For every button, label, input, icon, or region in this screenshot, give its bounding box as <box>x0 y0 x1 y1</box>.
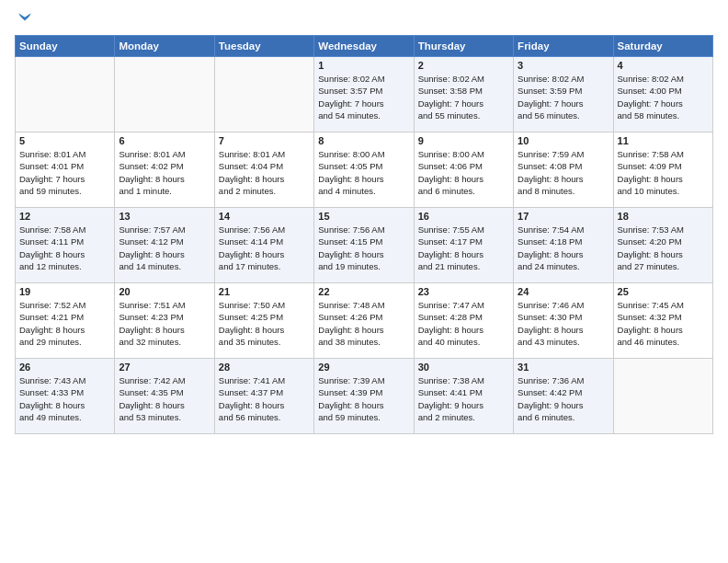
calendar-day-cell: 12Sunrise: 7:58 AM Sunset: 4:11 PM Dayli… <box>16 208 115 283</box>
day-info: Sunrise: 7:57 AM Sunset: 4:12 PM Dayligh… <box>119 224 210 272</box>
day-of-week-header: Wednesday <box>314 36 414 57</box>
day-of-week-header: Tuesday <box>214 36 313 57</box>
day-number: 7 <box>219 135 310 146</box>
day-info: Sunrise: 7:55 AM Sunset: 4:17 PM Dayligh… <box>418 224 509 272</box>
day-info: Sunrise: 7:39 AM Sunset: 4:39 PM Dayligh… <box>318 374 409 423</box>
day-number: 31 <box>518 362 609 373</box>
calendar-day-cell: 8Sunrise: 8:00 AM Sunset: 4:05 PM Daylig… <box>314 132 414 208</box>
calendar-day-cell: 21Sunrise: 7:50 AM Sunset: 4:25 PM Dayli… <box>214 283 313 359</box>
calendar-day-cell: 30Sunrise: 7:38 AM Sunset: 4:41 PM Dayli… <box>414 359 513 434</box>
day-number: 1 <box>318 60 409 71</box>
calendar-day-cell: 20Sunrise: 7:51 AM Sunset: 4:23 PM Dayli… <box>115 283 214 359</box>
day-number: 10 <box>518 135 609 146</box>
day-number: 23 <box>418 286 509 297</box>
calendar-day-cell: 16Sunrise: 7:55 AM Sunset: 4:17 PM Dayli… <box>414 208 513 283</box>
page-container: SundayMondayTuesdayWednesdayThursdayFrid… <box>0 0 728 442</box>
calendar-day-cell: 27Sunrise: 7:42 AM Sunset: 4:35 PM Dayli… <box>115 359 214 434</box>
calendar-week-row: 5Sunrise: 8:01 AM Sunset: 4:01 PM Daylig… <box>16 132 713 208</box>
calendar-day-cell <box>115 57 214 132</box>
calendar-day-cell: 28Sunrise: 7:41 AM Sunset: 4:37 PM Dayli… <box>214 359 313 434</box>
calendar-day-cell: 5Sunrise: 8:01 AM Sunset: 4:01 PM Daylig… <box>16 132 115 208</box>
day-info: Sunrise: 8:00 AM Sunset: 4:05 PM Dayligh… <box>318 148 409 197</box>
logo <box>15 11 33 28</box>
day-info: Sunrise: 7:56 AM Sunset: 4:14 PM Dayligh… <box>219 224 310 272</box>
calendar-day-cell: 22Sunrise: 7:48 AM Sunset: 4:26 PM Dayli… <box>314 283 414 359</box>
day-number: 6 <box>119 135 210 146</box>
day-number: 14 <box>219 211 310 222</box>
day-number: 2 <box>418 60 509 71</box>
day-of-week-header: Friday <box>514 36 613 57</box>
calendar-day-cell: 7Sunrise: 8:01 AM Sunset: 4:04 PM Daylig… <box>214 132 313 208</box>
calendar-day-cell: 13Sunrise: 7:57 AM Sunset: 4:12 PM Dayli… <box>115 208 214 283</box>
day-of-week-header: Saturday <box>613 36 712 57</box>
calendar-day-cell: 29Sunrise: 7:39 AM Sunset: 4:39 PM Dayli… <box>314 359 414 434</box>
calendar-day-cell <box>613 359 712 434</box>
day-number: 21 <box>219 286 310 297</box>
day-number: 29 <box>318 362 409 373</box>
day-info: Sunrise: 7:58 AM Sunset: 4:11 PM Dayligh… <box>19 224 110 272</box>
calendar-day-cell: 24Sunrise: 7:46 AM Sunset: 4:30 PM Dayli… <box>514 283 613 359</box>
day-of-week-header: Sunday <box>16 36 115 57</box>
calendar-day-cell: 10Sunrise: 7:59 AM Sunset: 4:08 PM Dayli… <box>514 132 613 208</box>
calendar-day-cell: 14Sunrise: 7:56 AM Sunset: 4:14 PM Dayli… <box>214 208 313 283</box>
day-number: 20 <box>119 286 210 297</box>
calendar-day-cell: 11Sunrise: 7:58 AM Sunset: 4:09 PM Dayli… <box>613 132 712 208</box>
day-info: Sunrise: 7:43 AM Sunset: 4:33 PM Dayligh… <box>19 374 110 423</box>
logo-bird-icon <box>17 11 33 28</box>
day-info: Sunrise: 7:46 AM Sunset: 4:30 PM Dayligh… <box>518 299 609 348</box>
calendar-week-row: 26Sunrise: 7:43 AM Sunset: 4:33 PM Dayli… <box>16 359 713 434</box>
day-number: 12 <box>19 211 110 222</box>
calendar-day-cell: 6Sunrise: 8:01 AM Sunset: 4:02 PM Daylig… <box>115 132 214 208</box>
day-info: Sunrise: 7:50 AM Sunset: 4:25 PM Dayligh… <box>219 299 310 348</box>
calendar-day-cell: 26Sunrise: 7:43 AM Sunset: 4:33 PM Dayli… <box>16 359 115 434</box>
header <box>15 11 713 28</box>
day-of-week-header: Monday <box>115 36 214 57</box>
day-number: 11 <box>618 135 709 146</box>
day-info: Sunrise: 7:47 AM Sunset: 4:28 PM Dayligh… <box>418 299 509 348</box>
day-info: Sunrise: 7:54 AM Sunset: 4:18 PM Dayligh… <box>518 224 609 272</box>
day-number: 25 <box>618 286 709 297</box>
day-info: Sunrise: 8:02 AM Sunset: 3:58 PM Dayligh… <box>418 73 509 121</box>
day-number: 5 <box>19 135 110 146</box>
calendar-day-cell <box>16 57 115 132</box>
day-info: Sunrise: 7:45 AM Sunset: 4:32 PM Dayligh… <box>618 299 709 348</box>
calendar-week-row: 19Sunrise: 7:52 AM Sunset: 4:21 PM Dayli… <box>16 283 713 359</box>
day-info: Sunrise: 7:36 AM Sunset: 4:42 PM Dayligh… <box>518 374 609 423</box>
day-number: 28 <box>219 362 310 373</box>
calendar-week-row: 12Sunrise: 7:58 AM Sunset: 4:11 PM Dayli… <box>16 208 713 283</box>
day-number: 24 <box>518 286 609 297</box>
calendar-day-cell: 1Sunrise: 8:02 AM Sunset: 3:57 PM Daylig… <box>314 57 414 132</box>
days-header-row: SundayMondayTuesdayWednesdayThursdayFrid… <box>16 36 713 57</box>
day-number: 30 <box>418 362 509 373</box>
day-info: Sunrise: 8:01 AM Sunset: 4:04 PM Dayligh… <box>219 148 310 197</box>
day-number: 27 <box>119 362 210 373</box>
calendar-day-cell: 23Sunrise: 7:47 AM Sunset: 4:28 PM Dayli… <box>414 283 513 359</box>
day-number: 19 <box>19 286 110 297</box>
day-number: 18 <box>618 211 709 222</box>
day-info: Sunrise: 7:41 AM Sunset: 4:37 PM Dayligh… <box>219 374 310 423</box>
calendar-day-cell: 15Sunrise: 7:56 AM Sunset: 4:15 PM Dayli… <box>314 208 414 283</box>
day-info: Sunrise: 8:02 AM Sunset: 3:57 PM Dayligh… <box>318 73 409 121</box>
calendar-day-cell: 9Sunrise: 8:00 AM Sunset: 4:06 PM Daylig… <box>414 132 513 208</box>
day-number: 3 <box>518 60 609 71</box>
day-number: 8 <box>318 135 409 146</box>
calendar-day-cell: 4Sunrise: 8:02 AM Sunset: 4:00 PM Daylig… <box>613 57 712 132</box>
day-number: 4 <box>618 60 709 71</box>
day-of-week-header: Thursday <box>414 36 513 57</box>
calendar-day-cell <box>214 57 313 132</box>
calendar-day-cell: 31Sunrise: 7:36 AM Sunset: 4:42 PM Dayli… <box>514 359 613 434</box>
day-number: 22 <box>318 286 409 297</box>
day-info: Sunrise: 8:00 AM Sunset: 4:06 PM Dayligh… <box>418 148 509 197</box>
day-info: Sunrise: 7:51 AM Sunset: 4:23 PM Dayligh… <box>119 299 210 348</box>
day-number: 13 <box>119 211 210 222</box>
day-number: 26 <box>19 362 110 373</box>
day-info: Sunrise: 7:42 AM Sunset: 4:35 PM Dayligh… <box>119 374 210 423</box>
day-number: 17 <box>518 211 609 222</box>
calendar-day-cell: 2Sunrise: 8:02 AM Sunset: 3:58 PM Daylig… <box>414 57 513 132</box>
calendar-day-cell: 17Sunrise: 7:54 AM Sunset: 4:18 PM Dayli… <box>514 208 613 283</box>
day-number: 9 <box>418 135 509 146</box>
day-info: Sunrise: 8:02 AM Sunset: 4:00 PM Dayligh… <box>618 73 709 121</box>
calendar-day-cell: 19Sunrise: 7:52 AM Sunset: 4:21 PM Dayli… <box>16 283 115 359</box>
day-info: Sunrise: 7:59 AM Sunset: 4:08 PM Dayligh… <box>518 148 609 197</box>
day-info: Sunrise: 7:52 AM Sunset: 4:21 PM Dayligh… <box>19 299 110 348</box>
